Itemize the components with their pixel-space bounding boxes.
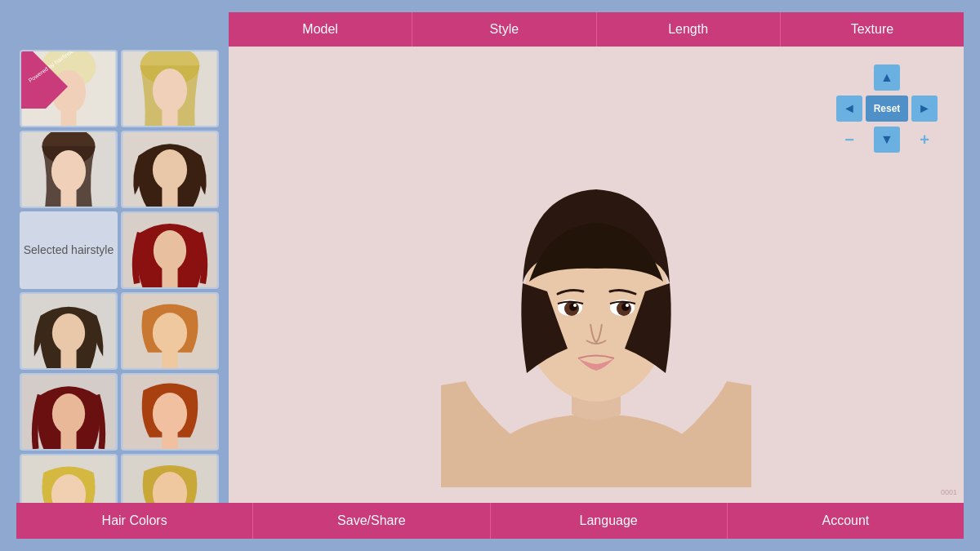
hair-thumb-4-1[interactable] xyxy=(121,373,219,451)
bottom-nav: Hair Colors Save/Share Language Account xyxy=(16,503,964,539)
hair-thumb-3-1[interactable] xyxy=(121,292,219,370)
selected-hairstyle-label: Selected hairstyle xyxy=(24,242,114,257)
svg-rect-29 xyxy=(162,432,177,449)
nav-plus-button[interactable]: + xyxy=(911,127,938,153)
sidebar: Powered by hairfinder.com xyxy=(16,47,229,503)
svg-rect-3 xyxy=(60,110,76,126)
svg-point-16 xyxy=(154,230,186,271)
svg-point-49 xyxy=(626,304,629,307)
bottom-nav-language[interactable]: Language xyxy=(491,503,728,539)
svg-point-22 xyxy=(153,313,187,353)
hair-thumb-0-0[interactable]: Powered by hairfinder.com xyxy=(20,50,118,127)
hair-thumb-1-1[interactable] xyxy=(121,131,219,208)
bottom-nav-hair-colors[interactable]: Hair Colors xyxy=(16,503,253,539)
nav-left-button[interactable]: ◄ xyxy=(836,96,862,122)
hair-thumb-3-0[interactable] xyxy=(20,292,118,370)
svg-rect-14 xyxy=(162,187,177,207)
bottom-nav-account[interactable]: Account xyxy=(728,503,964,539)
sidebar-row-0: Powered by hairfinder.com xyxy=(20,50,225,127)
svg-rect-20 xyxy=(60,350,76,368)
main-area: Powered by hairfinder.com xyxy=(16,47,964,503)
sidebar-row-3 xyxy=(20,292,225,370)
svg-point-46 xyxy=(569,303,577,311)
reset-button[interactable]: Reset xyxy=(866,96,908,122)
hair-thumb-selected[interactable]: Selected hairstyle xyxy=(20,211,118,289)
svg-rect-7 xyxy=(162,109,177,126)
top-nav: Model Style Length Texture xyxy=(229,12,964,47)
tab-model[interactable]: Model xyxy=(229,12,412,47)
svg-point-47 xyxy=(621,303,630,311)
nav-minus-button[interactable]: − xyxy=(836,127,862,153)
svg-point-48 xyxy=(573,304,577,307)
app-container: Model Style Length Texture xyxy=(16,12,964,539)
sidebar-row-1 xyxy=(20,131,225,208)
nav-right-button[interactable]: ► xyxy=(911,96,938,122)
sidebar-row-2: Selected hairstyle xyxy=(20,211,225,289)
sidebar-row-4 xyxy=(20,373,225,451)
hair-thumb-5-0[interactable] xyxy=(20,454,118,503)
tab-style[interactable]: Style xyxy=(412,12,596,47)
bottom-nav-save-share[interactable]: Save/Share xyxy=(253,503,490,539)
tab-length[interactable]: Length xyxy=(597,12,781,47)
svg-point-25 xyxy=(52,393,85,434)
main-canvas: ▲ ◄ Reset ► − ▼ + xyxy=(229,47,964,503)
svg-rect-11 xyxy=(60,189,76,207)
watermark: 0001 xyxy=(941,488,957,496)
sidebar-row-5 xyxy=(20,454,225,503)
svg-point-19 xyxy=(52,313,85,353)
model-display xyxy=(441,63,751,487)
hair-thumb-4-0[interactable] xyxy=(20,373,118,451)
hair-thumb-0-1[interactable] xyxy=(121,50,219,127)
hair-thumb-1-0[interactable] xyxy=(20,131,118,208)
nav-controls: ▲ ◄ Reset ► − ▼ + xyxy=(835,63,939,154)
hair-thumb-2-1[interactable] xyxy=(121,211,219,289)
svg-point-6 xyxy=(153,69,187,113)
svg-rect-23 xyxy=(162,350,177,368)
tab-texture[interactable]: Texture xyxy=(781,12,964,47)
svg-rect-17 xyxy=(162,268,177,287)
nav-down-button[interactable]: ▼ xyxy=(874,127,900,153)
empty-2 xyxy=(911,64,938,91)
svg-point-13 xyxy=(153,149,187,190)
svg-point-10 xyxy=(51,150,86,193)
svg-point-28 xyxy=(153,393,187,435)
empty-1 xyxy=(836,64,862,91)
hair-thumb-5-1[interactable] xyxy=(121,454,219,503)
nav-up-button[interactable]: ▲ xyxy=(874,64,900,91)
svg-rect-26 xyxy=(60,431,76,449)
